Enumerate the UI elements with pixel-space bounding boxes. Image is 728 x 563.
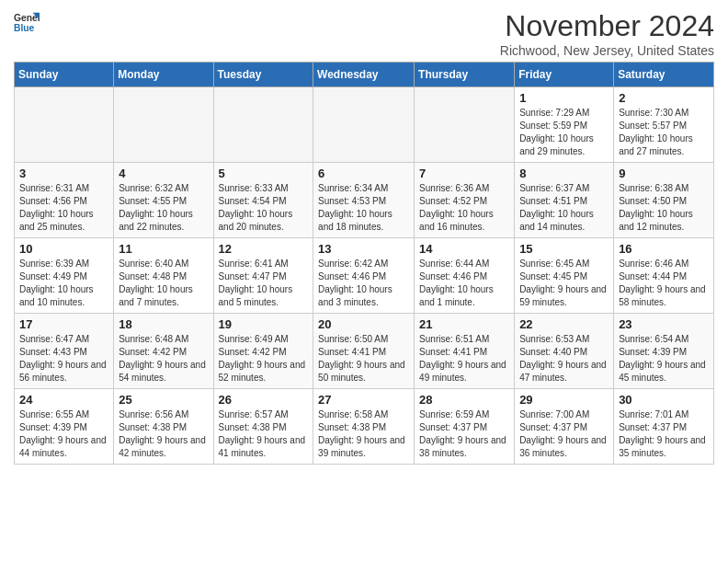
calendar-cell: 5Sunrise: 6:33 AMSunset: 4:54 PMDaylight… <box>213 163 313 238</box>
day-info: Sunrise: 6:54 AMSunset: 4:39 PMDaylight:… <box>619 333 709 385</box>
day-info: Sunrise: 6:37 AMSunset: 4:51 PMDaylight:… <box>519 182 609 234</box>
day-number: 1 <box>519 91 609 105</box>
calendar-cell: 9Sunrise: 6:38 AMSunset: 4:50 PMDaylight… <box>614 163 714 238</box>
day-info: Sunrise: 6:55 AMSunset: 4:39 PMDaylight:… <box>19 408 108 460</box>
day-info: Sunrise: 6:38 AMSunset: 4:50 PMDaylight:… <box>619 182 709 234</box>
calendar-cell: 26Sunrise: 6:57 AMSunset: 4:38 PMDayligh… <box>213 389 313 465</box>
day-number: 24 <box>19 393 108 407</box>
calendar-cell: 17Sunrise: 6:47 AMSunset: 4:43 PMDayligh… <box>15 314 114 389</box>
day-number: 10 <box>19 242 108 256</box>
day-info: Sunrise: 6:34 AMSunset: 4:53 PMDaylight:… <box>318 182 409 234</box>
calendar-table: SundayMondayTuesdayWednesdayThursdayFrid… <box>14 62 714 465</box>
week-row-1: 1Sunrise: 7:29 AMSunset: 5:59 PMDaylight… <box>15 87 714 163</box>
week-row-2: 3Sunrise: 6:31 AMSunset: 4:56 PMDaylight… <box>15 163 714 238</box>
calendar-cell: 14Sunrise: 6:44 AMSunset: 4:46 PMDayligh… <box>415 238 515 314</box>
day-number: 30 <box>619 393 709 407</box>
calendar-cell: 15Sunrise: 6:45 AMSunset: 4:45 PMDayligh… <box>515 238 614 314</box>
title-block: November 2024 Richwood, New Jersey, Unit… <box>500 9 714 58</box>
day-info: Sunrise: 6:32 AMSunset: 4:55 PMDaylight:… <box>119 182 208 234</box>
day-info: Sunrise: 6:31 AMSunset: 4:56 PMDaylight:… <box>19 182 108 234</box>
day-info: Sunrise: 7:30 AMSunset: 5:57 PMDaylight:… <box>619 107 709 158</box>
day-info: Sunrise: 6:41 AMSunset: 4:47 PMDaylight:… <box>219 258 309 309</box>
calendar-cell <box>213 87 313 163</box>
day-number: 25 <box>119 393 208 407</box>
day-number: 28 <box>419 393 509 407</box>
weekday-header-saturday: Saturday <box>614 63 714 87</box>
day-number: 20 <box>318 317 409 331</box>
weekday-header-row: SundayMondayTuesdayWednesdayThursdayFrid… <box>15 63 714 87</box>
calendar-cell: 27Sunrise: 6:58 AMSunset: 4:38 PMDayligh… <box>313 389 415 465</box>
day-info: Sunrise: 6:36 AMSunset: 4:52 PMDaylight:… <box>419 182 509 234</box>
calendar-cell: 10Sunrise: 6:39 AMSunset: 4:49 PMDayligh… <box>15 238 114 314</box>
weekday-header-friday: Friday <box>515 63 614 87</box>
day-info: Sunrise: 6:50 AMSunset: 4:41 PMDaylight:… <box>318 333 409 385</box>
day-number: 8 <box>519 167 609 180</box>
day-number: 18 <box>119 317 208 331</box>
day-number: 4 <box>119 167 208 180</box>
page-header: General Blue November 2024 Richwood, New… <box>14 9 714 58</box>
calendar-cell: 24Sunrise: 6:55 AMSunset: 4:39 PMDayligh… <box>15 389 114 465</box>
week-row-5: 24Sunrise: 6:55 AMSunset: 4:39 PMDayligh… <box>15 389 714 465</box>
weekday-header-tuesday: Tuesday <box>213 63 313 87</box>
calendar-cell: 29Sunrise: 7:00 AMSunset: 4:37 PMDayligh… <box>515 389 614 465</box>
location-subtitle: Richwood, New Jersey, United States <box>500 43 714 58</box>
day-number: 9 <box>619 167 709 180</box>
day-number: 17 <box>19 317 108 331</box>
day-info: Sunrise: 7:00 AMSunset: 4:37 PMDaylight:… <box>519 408 609 460</box>
logo-icon: General Blue <box>14 9 40 35</box>
day-number: 26 <box>219 393 309 407</box>
calendar-cell: 12Sunrise: 6:41 AMSunset: 4:47 PMDayligh… <box>213 238 313 314</box>
day-number: 27 <box>318 393 409 407</box>
day-number: 29 <box>519 393 609 407</box>
logo: General Blue <box>14 9 40 35</box>
calendar-cell: 25Sunrise: 6:56 AMSunset: 4:38 PMDayligh… <box>114 389 213 465</box>
day-info: Sunrise: 6:53 AMSunset: 4:40 PMDaylight:… <box>519 333 609 385</box>
day-info: Sunrise: 6:49 AMSunset: 4:42 PMDaylight:… <box>219 333 309 385</box>
calendar-cell: 21Sunrise: 6:51 AMSunset: 4:41 PMDayligh… <box>415 314 515 389</box>
week-row-4: 17Sunrise: 6:47 AMSunset: 4:43 PMDayligh… <box>15 314 714 389</box>
calendar-cell: 20Sunrise: 6:50 AMSunset: 4:41 PMDayligh… <box>313 314 415 389</box>
weekday-header-monday: Monday <box>114 63 213 87</box>
day-info: Sunrise: 6:51 AMSunset: 4:41 PMDaylight:… <box>419 333 509 385</box>
calendar-cell: 6Sunrise: 6:34 AMSunset: 4:53 PMDaylight… <box>313 163 415 238</box>
calendar-cell: 19Sunrise: 6:49 AMSunset: 4:42 PMDayligh… <box>213 314 313 389</box>
day-info: Sunrise: 6:40 AMSunset: 4:48 PMDaylight:… <box>119 258 208 309</box>
weekday-header-wednesday: Wednesday <box>313 63 415 87</box>
day-info: Sunrise: 6:45 AMSunset: 4:45 PMDaylight:… <box>519 258 609 309</box>
calendar-cell: 30Sunrise: 7:01 AMSunset: 4:37 PMDayligh… <box>614 389 714 465</box>
day-info: Sunrise: 6:39 AMSunset: 4:49 PMDaylight:… <box>19 258 108 309</box>
day-info: Sunrise: 6:44 AMSunset: 4:46 PMDaylight:… <box>419 258 509 309</box>
calendar-cell <box>415 87 515 163</box>
day-number: 6 <box>318 167 409 180</box>
calendar-cell <box>15 87 114 163</box>
calendar-cell: 23Sunrise: 6:54 AMSunset: 4:39 PMDayligh… <box>614 314 714 389</box>
month-title: November 2024 <box>500 9 714 43</box>
calendar-cell: 1Sunrise: 7:29 AMSunset: 5:59 PMDaylight… <box>515 87 614 163</box>
day-number: 15 <box>519 242 609 256</box>
weekday-header-sunday: Sunday <box>15 63 114 87</box>
calendar-cell: 18Sunrise: 6:48 AMSunset: 4:42 PMDayligh… <box>114 314 213 389</box>
calendar-cell: 2Sunrise: 7:30 AMSunset: 5:57 PMDaylight… <box>614 87 714 163</box>
calendar-cell: 11Sunrise: 6:40 AMSunset: 4:48 PMDayligh… <box>114 238 213 314</box>
weekday-header-thursday: Thursday <box>415 63 515 87</box>
calendar-cell <box>114 87 213 163</box>
day-number: 2 <box>619 91 709 105</box>
day-number: 23 <box>619 317 709 331</box>
day-info: Sunrise: 6:57 AMSunset: 4:38 PMDaylight:… <box>219 408 309 460</box>
day-number: 7 <box>419 167 509 180</box>
day-info: Sunrise: 6:56 AMSunset: 4:38 PMDaylight:… <box>119 408 208 460</box>
calendar-cell: 3Sunrise: 6:31 AMSunset: 4:56 PMDaylight… <box>15 163 114 238</box>
calendar-cell: 4Sunrise: 6:32 AMSunset: 4:55 PMDaylight… <box>114 163 213 238</box>
day-number: 5 <box>219 167 309 180</box>
week-row-3: 10Sunrise: 6:39 AMSunset: 4:49 PMDayligh… <box>15 238 714 314</box>
day-info: Sunrise: 6:42 AMSunset: 4:46 PMDaylight:… <box>318 258 409 309</box>
calendar-cell: 8Sunrise: 6:37 AMSunset: 4:51 PMDaylight… <box>515 163 614 238</box>
day-info: Sunrise: 7:29 AMSunset: 5:59 PMDaylight:… <box>519 107 609 158</box>
calendar-cell: 7Sunrise: 6:36 AMSunset: 4:52 PMDaylight… <box>415 163 515 238</box>
day-info: Sunrise: 6:48 AMSunset: 4:42 PMDaylight:… <box>119 333 208 385</box>
day-info: Sunrise: 6:47 AMSunset: 4:43 PMDaylight:… <box>19 333 108 385</box>
day-info: Sunrise: 6:59 AMSunset: 4:37 PMDaylight:… <box>419 408 509 460</box>
day-number: 3 <box>19 167 108 180</box>
day-number: 13 <box>318 242 409 256</box>
day-info: Sunrise: 6:58 AMSunset: 4:38 PMDaylight:… <box>318 408 409 460</box>
